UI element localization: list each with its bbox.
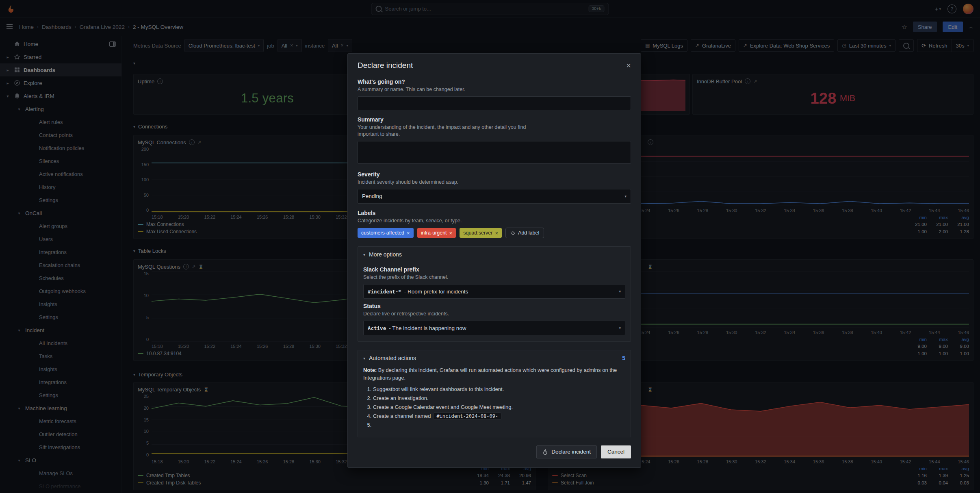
whats-going-on-helper: A summary or name. This can be changed l…: [358, 86, 532, 93]
status-select[interactable]: Active - The incident is happening now ▾: [363, 321, 625, 335]
tag-icon: [510, 230, 515, 235]
more-options-section: ▾ More options Slack Channel prefix Sele…: [358, 246, 631, 342]
list-item: Create a Google Calendar event and Googl…: [373, 404, 625, 410]
status-helper: Declare live or retrospective incidents.: [363, 311, 538, 317]
more-options-toggle[interactable]: ▾ More options: [358, 247, 631, 262]
label-chip[interactable]: squad:server×: [460, 228, 502, 238]
slack-prefix-label: Slack Channel prefix: [363, 266, 625, 273]
cancel-button[interactable]: Cancel: [601, 445, 631, 458]
add-label-button[interactable]: Add label: [505, 228, 544, 238]
declare-incident-button[interactable]: Declare incident: [536, 445, 597, 458]
chevron-down-icon: ▾: [619, 326, 621, 330]
chevron-down-icon: ▾: [363, 356, 365, 361]
chevron-down-icon: ▾: [619, 289, 621, 293]
automated-actions-section: ▾ Automated actions 5 Note: By declaring…: [358, 350, 631, 437]
label-chip[interactable]: infra-urgent×: [417, 228, 456, 238]
close-icon[interactable]: ×: [626, 61, 631, 69]
automated-actions-toggle[interactable]: ▾ Automated actions 5: [358, 350, 631, 366]
chevron-down-icon: ▾: [624, 194, 627, 198]
whats-going-on-input[interactable]: [358, 96, 631, 110]
summary-label: Summary: [358, 116, 631, 123]
automated-actions-list: Suggestbot will link relevant dashboards…: [363, 386, 625, 428]
whats-going-on-label: What's going on?: [358, 78, 631, 85]
labels-helper: Categorize incidents by team, service, o…: [358, 217, 532, 224]
label-chip[interactable]: customers-affected×: [358, 228, 414, 238]
list-item: Create an investigation.: [373, 395, 625, 401]
remove-label-icon[interactable]: ×: [495, 230, 498, 236]
automated-actions-note: Note: By declaring this incident, Grafan…: [363, 367, 625, 382]
severity-helper: Incident severity should be determined a…: [358, 179, 532, 186]
labels-label: Labels: [358, 210, 631, 216]
status-label: Status: [363, 303, 625, 309]
remove-label-icon[interactable]: ×: [449, 230, 453, 236]
declare-incident-modal: Declare incident × What's going on? A su…: [347, 53, 641, 468]
slack-prefix-select[interactable]: #incident-* - Room prefix for incidents …: [363, 284, 625, 299]
channel-name-code: #incident-2024-08-09-: [433, 413, 501, 420]
grafana-app: Search or jump to... ⌘+k +▾ ? Home › Das…: [0, 0, 980, 493]
chevron-down-icon: ▾: [363, 252, 365, 257]
automated-actions-count: 5: [622, 355, 625, 361]
remove-label-icon[interactable]: ×: [407, 230, 410, 236]
slack-prefix-helper: Select the prefix of the Slack channel.: [363, 274, 538, 281]
list-item: Suggestbot will link relevant dashboards…: [373, 386, 625, 392]
severity-label: Severity: [358, 171, 631, 178]
summary-helper: Your understanding of the incident, the …: [358, 124, 532, 138]
incident-flame-icon: [542, 449, 548, 455]
list-item: Create a channel named#incident-2024-08-…: [373, 413, 625, 419]
list-item: [373, 422, 625, 428]
modal-title: Declare incident: [358, 61, 413, 70]
severity-select[interactable]: Pending ▾: [358, 189, 631, 204]
summary-textarea[interactable]: [358, 141, 631, 164]
